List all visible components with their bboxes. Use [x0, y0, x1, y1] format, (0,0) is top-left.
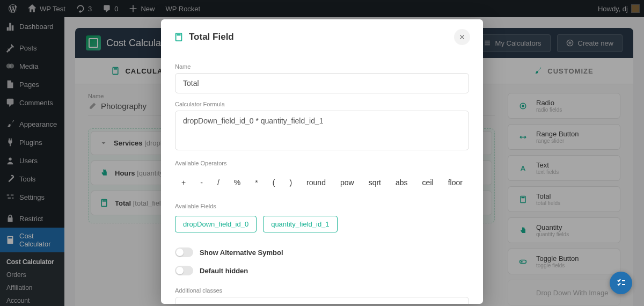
help-fab[interactable]: [610, 272, 632, 294]
svg-rect-18: [177, 34, 180, 36]
available-fields-label: Available Fields: [175, 203, 469, 209]
default-hidden-toggle[interactable]: [175, 266, 193, 275]
operator-round[interactable]: round: [304, 177, 328, 188]
field-chip-dropdown[interactable]: dropDown_field_id_0: [175, 216, 257, 232]
modal-close-button[interactable]: [454, 29, 470, 45]
formula-label: Calculator Formula: [175, 101, 469, 107]
operator-rparen[interactable]: ): [287, 177, 294, 188]
total-field-modal: Total Field Name Calculator Formula Avai…: [161, 19, 483, 304]
operator-floor[interactable]: floor: [446, 177, 465, 188]
operators-label: Available Operators: [175, 160, 469, 166]
operator-abs[interactable]: abs: [393, 177, 410, 188]
alt-symbol-label: Show Alternative Symbol: [200, 249, 283, 257]
operator-sqrt[interactable]: sqrt: [367, 177, 383, 188]
close-icon: [459, 34, 465, 40]
operator-multiply[interactable]: *: [253, 177, 260, 188]
operator-lparen[interactable]: (: [270, 177, 277, 188]
field-chip-quantity[interactable]: quantity_field_id_1: [263, 216, 337, 232]
operator-percent[interactable]: %: [232, 177, 243, 188]
operators-row: + - / % * ( ) round pow sqrt abs ceil fl…: [175, 170, 469, 195]
total-name-input[interactable]: [175, 73, 469, 93]
additional-classes-label: Additional classes: [175, 287, 469, 294]
default-hidden-label: Default hidden: [200, 267, 248, 275]
operator-pow[interactable]: pow: [338, 177, 356, 188]
name-label: Name: [175, 63, 469, 70]
formula-textarea[interactable]: [175, 111, 469, 150]
additional-classes-input[interactable]: [175, 297, 469, 304]
operator-plus[interactable]: +: [179, 177, 188, 188]
operator-ceil[interactable]: ceil: [420, 177, 436, 188]
operator-divide[interactable]: /: [215, 177, 222, 188]
checklist-icon: [616, 278, 626, 288]
modal-title: Total Field: [174, 32, 234, 42]
alt-symbol-toggle[interactable]: [175, 247, 193, 257]
calculator-icon: [174, 32, 184, 42]
operator-minus[interactable]: -: [198, 177, 205, 188]
